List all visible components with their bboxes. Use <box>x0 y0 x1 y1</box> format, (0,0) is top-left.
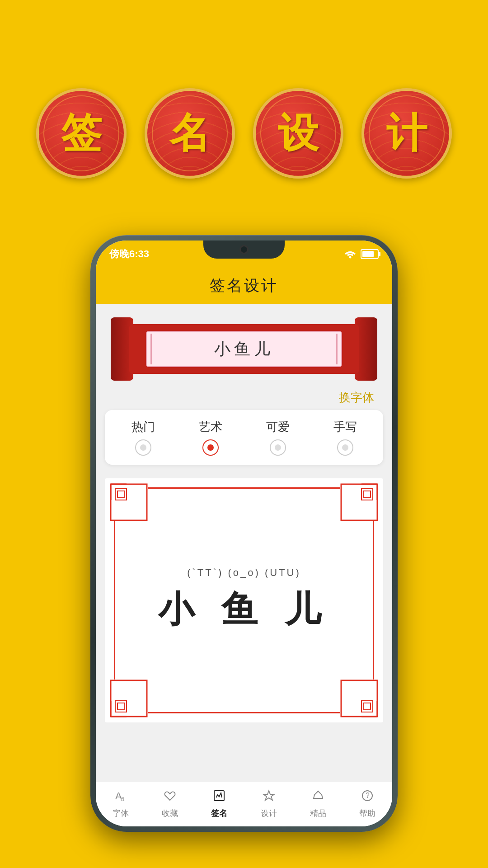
app-header-title: 签名设计 <box>210 275 278 296</box>
nav-icon-sign <box>213 789 225 805</box>
nav-icon-font: Aa <box>114 789 127 805</box>
scroll-paper: 小鱼儿 <box>146 331 342 367</box>
nav-label-sign: 签名 <box>211 808 227 819</box>
wifi-icon <box>343 250 357 259</box>
svg-text:?: ? <box>366 792 370 799</box>
bottom-nav: Aa 字体 收藏 签名 <box>96 781 392 826</box>
cat-label-hot: 热门 <box>131 419 155 435</box>
nav-label-help: 帮助 <box>359 808 375 819</box>
scroll-name-text: 小鱼儿 <box>214 338 274 360</box>
svg-point-0 <box>349 256 352 259</box>
nav-icon-collect <box>164 789 176 805</box>
seal-char-1: 签 <box>61 106 102 161</box>
cat-flower-hot <box>135 439 151 456</box>
nav-item-design[interactable]: 设计 <box>244 789 293 819</box>
cat-tab-cute[interactable]: 可爱 <box>266 419 290 456</box>
cat-flower-handwrite <box>337 439 353 456</box>
cat-label-art: 艺术 <box>199 419 222 435</box>
cat-tab-hot[interactable]: 热门 <box>131 419 155 456</box>
cat-label-handwrite: 手写 <box>333 419 357 435</box>
app-content: 小鱼儿 换字体 热门 艺 <box>96 304 392 781</box>
camera-dot <box>239 245 249 254</box>
preview-area: (`TT`) (o_o) (UTU) 小 鱼 儿 <box>105 478 383 722</box>
nav-icon-design <box>263 789 275 805</box>
seal-circle-1: 签 <box>36 88 127 179</box>
svg-marker-32 <box>263 791 274 800</box>
cat-label-cute: 可爱 <box>266 419 290 435</box>
nav-item-collect[interactable]: 收藏 <box>145 789 194 819</box>
cat-flower-dot-hot <box>140 444 146 451</box>
cat-tab-handwrite[interactable]: 手写 <box>333 419 357 456</box>
preview-name-large: 小 鱼 儿 <box>158 585 330 634</box>
nav-item-sign[interactable]: 签名 <box>195 789 244 819</box>
phone-outer-frame: 傍晚6:33 签名设计 <box>90 235 398 832</box>
phone-mockup: 傍晚6:33 签名设计 <box>90 235 398 832</box>
font-switch-row: 换字体 <box>96 390 392 410</box>
status-time: 傍晚6:33 <box>109 247 149 261</box>
font-switch-button[interactable]: 换字体 <box>339 390 374 406</box>
preview-emoticons: (`TT`) (o_o) (UTU) <box>187 567 301 579</box>
scroll-banner: 小鱼儿 <box>111 317 377 381</box>
cat-tab-art[interactable]: 艺术 <box>199 419 222 456</box>
nav-icon-help: ? <box>361 789 374 805</box>
seal-circle-2: 名 <box>145 88 235 179</box>
cat-flower-cute <box>270 439 286 456</box>
cat-flower-dot-cute <box>275 444 281 451</box>
nav-label-font: 字体 <box>113 808 129 819</box>
seal-char-2: 名 <box>169 106 210 161</box>
nav-item-font[interactable]: Aa 字体 <box>96 789 145 819</box>
seal-circle-3: 设 <box>253 88 343 179</box>
nav-label-premium: 精品 <box>310 808 326 819</box>
nav-label-collect: 收藏 <box>162 808 178 819</box>
scroll-body: 小鱼儿 <box>129 324 359 374</box>
phone-screen: 傍晚6:33 签名设计 <box>96 241 392 826</box>
category-tabs: 热门 艺术 可爱 <box>105 410 383 465</box>
svg-text:a: a <box>121 795 125 802</box>
nav-label-design: 设计 <box>261 808 277 819</box>
phone-notch <box>203 241 285 259</box>
preview-content: (`TT`) (o_o) (UTU) 小 鱼 儿 <box>105 478 383 722</box>
battery-icon <box>361 249 379 259</box>
status-icons <box>343 249 379 259</box>
nav-item-help[interactable]: ? 帮助 <box>343 789 392 819</box>
cat-flower-dot-art <box>207 444 214 451</box>
seal-circle-4: 计 <box>361 88 452 179</box>
app-header: 签名设计 <box>96 268 392 304</box>
cat-flower-art <box>202 439 219 456</box>
seal-char-3: 设 <box>278 106 319 161</box>
cat-flower-dot-handwrite <box>342 444 348 451</box>
seal-char-4: 计 <box>386 106 427 161</box>
nav-item-premium[interactable]: 精品 <box>293 789 343 819</box>
nav-icon-premium <box>312 789 324 805</box>
